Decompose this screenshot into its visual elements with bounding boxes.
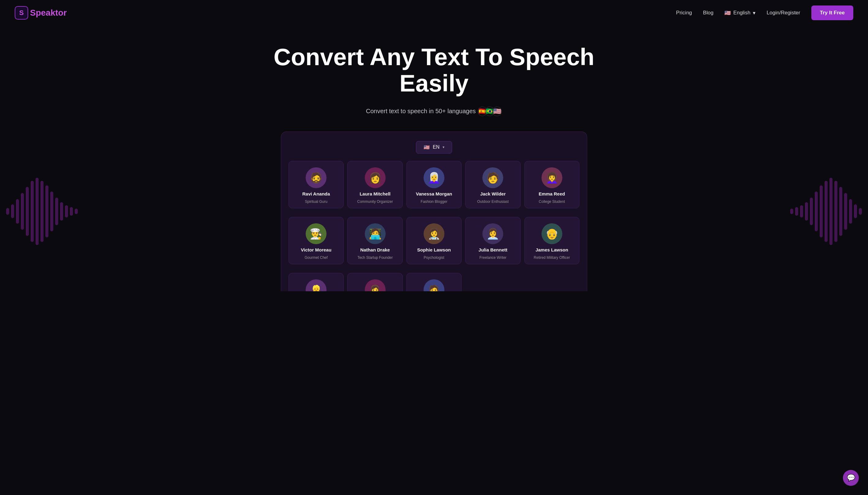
voice-role: Community Organizer (357, 200, 393, 204)
voice-grid-row3: 👱👩🧑 (289, 273, 579, 291)
voice-name: Victor Moreau (301, 247, 331, 252)
voice-card[interactable]: 🧑‍💻Nathan DrakeTech Startup Founder (347, 217, 403, 264)
wave-bars-left (6, 132, 67, 291)
blog-link[interactable]: Blog (703, 10, 713, 16)
voice-name: Laura Mitchell (360, 191, 391, 197)
voice-card[interactable]: 👩‍🦱Emma ReedCollege Student (524, 161, 579, 208)
voice-name: Julia Bennett (478, 247, 507, 252)
voice-avatar: 👩 (365, 279, 386, 291)
language-selector[interactable]: 🇺🇸 English ▾ (724, 10, 756, 16)
right-wave (790, 178, 862, 245)
voice-role: Psychologist (424, 255, 444, 260)
voice-role: Freelance Writer (479, 255, 506, 260)
chevron-icon: ▾ (443, 145, 444, 149)
voice-name: Emma Reed (539, 191, 565, 197)
voice-avatar: 👩‍🦱 (541, 167, 562, 188)
hero-subtitle: Convert text to speech in 50+ languages … (6, 106, 862, 116)
voice-role: Tech Startup Founder (357, 255, 393, 260)
wave-bars-right (801, 132, 862, 291)
voice-role: Spiritual Guru (305, 200, 327, 204)
voice-grid-row1: 🧔Ravi AnandaSpiritual Guru👩Laura Mitchel… (289, 161, 579, 213)
voice-role: Fashion Blogger (421, 200, 447, 204)
chevron-down-icon: ▾ (753, 10, 756, 16)
voice-card-partial[interactable]: 👩 (347, 273, 403, 291)
hero-title: Convert Any Text To Speech Easily (265, 44, 603, 97)
voice-avatar: 👱 (306, 279, 327, 291)
pricing-link[interactable]: Pricing (676, 10, 692, 16)
voice-avatar: 👩‍💼 (482, 223, 503, 244)
voice-name: Ravi Ananda (302, 191, 330, 197)
us-flag-icon-hero: 🇺🇸 (492, 106, 502, 116)
login-register-link[interactable]: Login/Register (767, 10, 800, 16)
nav-links: Pricing Blog 🇺🇸 English ▾ Login/Register… (676, 5, 853, 20)
voice-role: Retired Military Officer (534, 255, 570, 260)
language-label: English (733, 10, 750, 16)
voice-name: Nathan Drake (360, 247, 390, 252)
voice-name: James Lawson (535, 247, 568, 252)
logo-icon: S (15, 6, 28, 20)
navbar: S Speaktor Pricing Blog 🇺🇸 English ▾ Log… (0, 0, 868, 26)
voice-card[interactable]: 🧔Ravi AnandaSpiritual Guru (289, 161, 344, 208)
voice-name: Jack Wilder (480, 191, 506, 197)
lang-code: EN (433, 144, 440, 150)
voice-avatar: 👨‍🍳 (306, 223, 327, 244)
voice-grid-row2: 👨‍🍳Victor MoreauGourmet Chef🧑‍💻Nathan Dr… (289, 217, 579, 269)
voice-avatar: 🧑 (424, 279, 444, 291)
voice-avatar: 👩‍🦳 (424, 167, 444, 188)
language-flags: 🇪🇸 🇧🇷 🇺🇸 (480, 106, 502, 116)
voice-avatar: 👩 (365, 167, 386, 188)
voice-card[interactable]: 👩‍⚕️Sophie LawsonPsychologist (406, 217, 462, 264)
voice-role: Gourmet Chef (305, 255, 328, 260)
try-it-free-button[interactable]: Try It Free (811, 5, 853, 20)
voice-card[interactable]: 👩‍💼Julia BennettFreelance Writer (465, 217, 520, 264)
voice-card[interactable]: 👩‍🦳Vanessa MorganFashion Blogger (406, 161, 462, 208)
language-dropdown[interactable]: 🇺🇸 EN ▾ (416, 141, 452, 154)
voice-avatar: 👩‍⚕️ (424, 223, 444, 244)
voice-card-partial[interactable]: 👱 (289, 273, 344, 291)
voice-role: Outdoor Enthusiast (477, 200, 509, 204)
wave-container: 🇺🇸 EN ▾ 🧔Ravi AnandaSpiritual Guru👩Laura… (6, 132, 862, 291)
logo-text: Speaktor (30, 8, 67, 18)
voice-avatar: 🧑 (482, 167, 503, 188)
voice-role: College Student (539, 200, 565, 204)
voice-card-partial[interactable]: 🧑 (406, 273, 462, 291)
voice-name: Vanessa Morgan (416, 191, 452, 197)
logo[interactable]: S Speaktor (15, 6, 67, 20)
chat-button[interactable]: 💬 (843, 470, 859, 486)
left-wave (6, 178, 78, 245)
voice-name: Sophie Lawson (417, 247, 451, 252)
lang-flag-icon: 🇺🇸 (424, 144, 430, 150)
app-window: 🇺🇸 EN ▾ 🧔Ravi AnandaSpiritual Guru👩Laura… (281, 132, 587, 291)
language-selector-app: 🇺🇸 EN ▾ (289, 141, 579, 154)
voice-avatar: 🧔 (306, 167, 327, 188)
voice-avatar: 🧑‍💻 (365, 223, 386, 244)
voice-card[interactable]: 👴James LawsonRetired Military Officer (524, 217, 579, 264)
hero-section: Convert Any Text To Speech Easily Conver… (0, 26, 868, 291)
us-flag-icon: 🇺🇸 (724, 10, 731, 16)
voice-card[interactable]: 👨‍🍳Victor MoreauGourmet Chef (289, 217, 344, 264)
voice-avatar: 👴 (541, 223, 562, 244)
chat-icon: 💬 (847, 474, 855, 482)
voice-card[interactable]: 🧑Jack WilderOutdoor Enthusiast (465, 161, 520, 208)
voice-card[interactable]: 👩Laura MitchellCommunity Organizer (347, 161, 403, 208)
